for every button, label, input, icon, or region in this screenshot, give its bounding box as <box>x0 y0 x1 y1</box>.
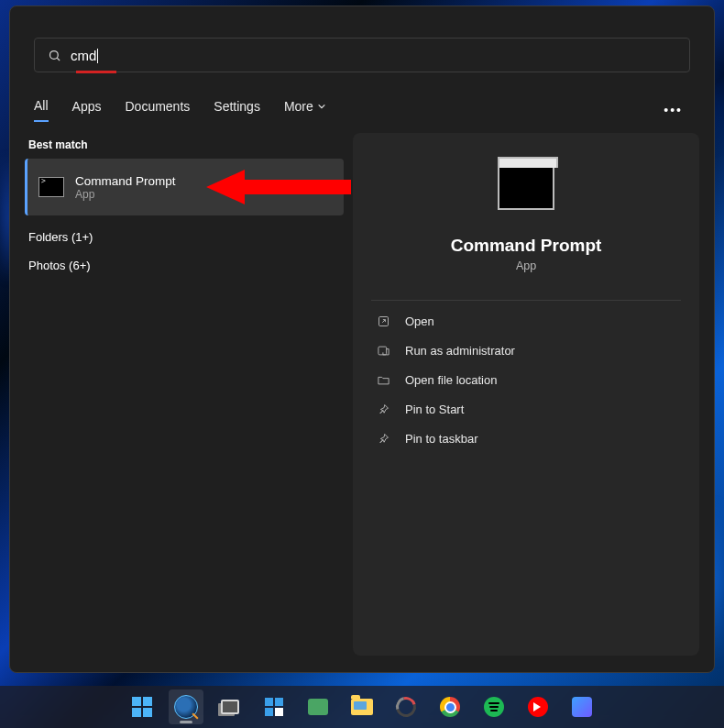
youtube-music-icon <box>528 697 548 717</box>
svg-marker-2 <box>206 170 351 204</box>
action-pin-to-start[interactable]: Pin to Start <box>371 394 681 424</box>
open-icon <box>377 314 390 328</box>
taskbar <box>0 686 724 728</box>
windows-logo-icon <box>132 697 152 717</box>
chrome-button[interactable] <box>433 689 467 724</box>
search-icon <box>48 49 61 62</box>
copilot-button[interactable] <box>565 689 599 724</box>
best-match-subtitle: App <box>75 188 176 201</box>
folder-icon <box>351 699 373 715</box>
best-match-label: Best match <box>28 138 340 151</box>
action-open-file-location[interactable]: Open file location <box>371 365 681 394</box>
preview-subtitle: App <box>516 259 536 272</box>
search-box[interactable]: cmd <box>34 38 690 72</box>
preview-actions: Open Run as administrator Open file loca… <box>371 306 681 453</box>
tab-settings[interactable]: Settings <box>214 99 260 121</box>
svg-point-0 <box>50 50 59 59</box>
result-group-photos[interactable]: Photos (6+) <box>28 259 340 272</box>
search-button[interactable] <box>169 689 203 724</box>
action-pin-to-taskbar[interactable]: Pin to taskbar <box>371 424 681 453</box>
preview-title: Command Prompt <box>451 236 602 256</box>
search-icon <box>174 695 198 719</box>
chrome-icon <box>440 697 460 717</box>
file-explorer-button[interactable] <box>345 689 379 724</box>
action-run-as-admin[interactable]: Run as administrator <box>371 336 681 365</box>
task-view-button[interactable] <box>213 689 247 724</box>
copilot-icon <box>572 697 592 717</box>
pin-icon <box>377 403 390 416</box>
best-match-result[interactable]: Command Prompt App <box>25 159 344 215</box>
result-group-folders[interactable]: Folders (1+) <box>28 230 340 244</box>
filter-tabs: All Apps Documents Settings More ••• <box>34 98 690 122</box>
svg-rect-4 <box>378 347 387 355</box>
best-match-title: Command Prompt <box>75 174 176 188</box>
start-button[interactable] <box>125 689 159 724</box>
annotation-underline <box>76 71 116 73</box>
chat-button[interactable] <box>301 689 335 724</box>
tab-all[interactable]: All <box>34 98 49 122</box>
svg-line-1 <box>57 58 60 61</box>
task-view-icon <box>221 700 239 714</box>
tab-more[interactable]: More <box>284 99 326 121</box>
start-search-panel: cmd All Apps Documents Settings More •••… <box>9 6 715 673</box>
widgets-icon <box>265 698 283 716</box>
results-column: Best match Command Prompt App Folders (1… <box>25 133 344 656</box>
divider <box>371 300 681 301</box>
action-open[interactable]: Open <box>371 306 681 336</box>
loading-ring-icon <box>392 693 420 721</box>
chat-icon <box>308 699 328 715</box>
spotify-icon <box>484 697 504 717</box>
admin-icon <box>377 344 390 358</box>
command-prompt-icon <box>38 177 64 197</box>
widgets-button[interactable] <box>257 689 291 724</box>
search-input-value: cmd <box>71 48 96 63</box>
overflow-menu-button[interactable]: ••• <box>664 103 690 117</box>
pin-icon <box>377 432 390 446</box>
chevron-down-icon <box>317 102 326 111</box>
powertoys-button[interactable] <box>389 689 423 724</box>
preview-pane: Command Prompt App Open Run as administr… <box>353 133 699 656</box>
preview-app-icon <box>498 164 554 210</box>
tab-documents[interactable]: Documents <box>125 99 190 121</box>
tab-apps[interactable]: Apps <box>72 99 102 121</box>
annotation-arrow <box>206 164 353 210</box>
folder-icon <box>377 373 390 387</box>
youtube-music-button[interactable] <box>521 689 555 724</box>
spotify-button[interactable] <box>477 689 511 724</box>
